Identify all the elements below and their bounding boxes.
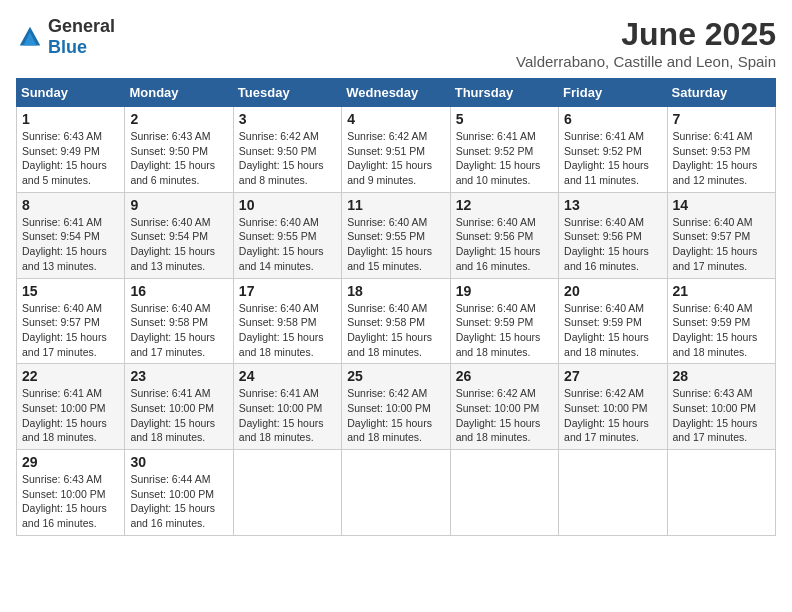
calendar-cell: 28Sunrise: 6:43 AMSunset: 10:00 PMDaylig… [667,364,775,450]
day-info: Sunrise: 6:40 AMSunset: 9:55 PMDaylight:… [347,215,444,274]
day-number: 29 [22,454,119,470]
day-info: Sunrise: 6:40 AMSunset: 9:58 PMDaylight:… [130,301,227,360]
day-info: Sunrise: 6:40 AMSunset: 9:59 PMDaylight:… [673,301,770,360]
calendar-cell [342,450,450,536]
weekday-header-monday: Monday [125,79,233,107]
day-number: 27 [564,368,661,384]
day-number: 16 [130,283,227,299]
calendar-cell [450,450,558,536]
day-number: 17 [239,283,336,299]
day-number: 24 [239,368,336,384]
day-number: 5 [456,111,553,127]
calendar-table: SundayMondayTuesdayWednesdayThursdayFrid… [16,78,776,536]
calendar-cell: 19Sunrise: 6:40 AMSunset: 9:59 PMDayligh… [450,278,558,364]
calendar-week-1: 1Sunrise: 6:43 AMSunset: 9:49 PMDaylight… [17,107,776,193]
day-info: Sunrise: 6:41 AMSunset: 10:00 PMDaylight… [239,386,336,445]
logo: General Blue [16,16,115,58]
day-number: 13 [564,197,661,213]
calendar-cell: 27Sunrise: 6:42 AMSunset: 10:00 PMDaylig… [559,364,667,450]
day-number: 30 [130,454,227,470]
calendar-cell: 9Sunrise: 6:40 AMSunset: 9:54 PMDaylight… [125,192,233,278]
subtitle: Valderrabano, Castille and Leon, Spain [516,53,776,70]
day-number: 28 [673,368,770,384]
day-info: Sunrise: 6:40 AMSunset: 9:54 PMDaylight:… [130,215,227,274]
calendar-cell: 4Sunrise: 6:42 AMSunset: 9:51 PMDaylight… [342,107,450,193]
title-block: June 2025 Valderrabano, Castille and Leo… [516,16,776,70]
day-info: Sunrise: 6:40 AMSunset: 9:58 PMDaylight:… [239,301,336,360]
calendar-header-row: SundayMondayTuesdayWednesdayThursdayFrid… [17,79,776,107]
day-info: Sunrise: 6:40 AMSunset: 9:59 PMDaylight:… [564,301,661,360]
day-number: 12 [456,197,553,213]
day-number: 1 [22,111,119,127]
calendar-cell: 2Sunrise: 6:43 AMSunset: 9:50 PMDaylight… [125,107,233,193]
calendar-cell: 12Sunrise: 6:40 AMSunset: 9:56 PMDayligh… [450,192,558,278]
calendar-cell: 11Sunrise: 6:40 AMSunset: 9:55 PMDayligh… [342,192,450,278]
day-number: 21 [673,283,770,299]
calendar-week-4: 22Sunrise: 6:41 AMSunset: 10:00 PMDaylig… [17,364,776,450]
main-title: June 2025 [516,16,776,53]
day-number: 3 [239,111,336,127]
calendar-cell [667,450,775,536]
logo-general: General [48,16,115,36]
day-number: 9 [130,197,227,213]
calendar-week-5: 29Sunrise: 6:43 AMSunset: 10:00 PMDaylig… [17,450,776,536]
calendar-cell: 15Sunrise: 6:40 AMSunset: 9:57 PMDayligh… [17,278,125,364]
day-info: Sunrise: 6:40 AMSunset: 9:57 PMDaylight:… [22,301,119,360]
calendar-cell: 22Sunrise: 6:41 AMSunset: 10:00 PMDaylig… [17,364,125,450]
calendar-cell: 24Sunrise: 6:41 AMSunset: 10:00 PMDaylig… [233,364,341,450]
calendar-cell: 5Sunrise: 6:41 AMSunset: 9:52 PMDaylight… [450,107,558,193]
day-number: 2 [130,111,227,127]
day-info: Sunrise: 6:40 AMSunset: 9:59 PMDaylight:… [456,301,553,360]
calendar-cell: 6Sunrise: 6:41 AMSunset: 9:52 PMDaylight… [559,107,667,193]
day-info: Sunrise: 6:41 AMSunset: 9:54 PMDaylight:… [22,215,119,274]
day-number: 14 [673,197,770,213]
day-number: 26 [456,368,553,384]
day-info: Sunrise: 6:40 AMSunset: 9:56 PMDaylight:… [456,215,553,274]
day-info: Sunrise: 6:43 AMSunset: 9:49 PMDaylight:… [22,129,119,188]
calendar-cell: 18Sunrise: 6:40 AMSunset: 9:58 PMDayligh… [342,278,450,364]
calendar-cell: 16Sunrise: 6:40 AMSunset: 9:58 PMDayligh… [125,278,233,364]
calendar-week-3: 15Sunrise: 6:40 AMSunset: 9:57 PMDayligh… [17,278,776,364]
day-number: 15 [22,283,119,299]
day-info: Sunrise: 6:42 AMSunset: 10:00 PMDaylight… [564,386,661,445]
page-header: General Blue June 2025 Valderrabano, Cas… [16,16,776,70]
calendar-cell: 7Sunrise: 6:41 AMSunset: 9:53 PMDaylight… [667,107,775,193]
day-info: Sunrise: 6:41 AMSunset: 10:00 PMDaylight… [22,386,119,445]
calendar-cell [233,450,341,536]
day-number: 4 [347,111,444,127]
day-info: Sunrise: 6:41 AMSunset: 10:00 PMDaylight… [130,386,227,445]
day-info: Sunrise: 6:43 AMSunset: 9:50 PMDaylight:… [130,129,227,188]
calendar-cell: 20Sunrise: 6:40 AMSunset: 9:59 PMDayligh… [559,278,667,364]
weekday-header-tuesday: Tuesday [233,79,341,107]
day-info: Sunrise: 6:42 AMSunset: 10:00 PMDaylight… [456,386,553,445]
day-info: Sunrise: 6:43 AMSunset: 10:00 PMDaylight… [673,386,770,445]
day-info: Sunrise: 6:40 AMSunset: 9:56 PMDaylight:… [564,215,661,274]
calendar-cell: 1Sunrise: 6:43 AMSunset: 9:49 PMDaylight… [17,107,125,193]
calendar-cell: 21Sunrise: 6:40 AMSunset: 9:59 PMDayligh… [667,278,775,364]
day-number: 20 [564,283,661,299]
calendar-cell: 30Sunrise: 6:44 AMSunset: 10:00 PMDaylig… [125,450,233,536]
day-number: 19 [456,283,553,299]
day-number: 22 [22,368,119,384]
day-info: Sunrise: 6:42 AMSunset: 9:50 PMDaylight:… [239,129,336,188]
calendar-cell [559,450,667,536]
day-info: Sunrise: 6:40 AMSunset: 9:55 PMDaylight:… [239,215,336,274]
logo-blue: Blue [48,37,87,57]
calendar-cell: 26Sunrise: 6:42 AMSunset: 10:00 PMDaylig… [450,364,558,450]
weekday-header-wednesday: Wednesday [342,79,450,107]
calendar-cell: 10Sunrise: 6:40 AMSunset: 9:55 PMDayligh… [233,192,341,278]
day-info: Sunrise: 6:40 AMSunset: 9:58 PMDaylight:… [347,301,444,360]
day-info: Sunrise: 6:40 AMSunset: 9:57 PMDaylight:… [673,215,770,274]
day-info: Sunrise: 6:41 AMSunset: 9:53 PMDaylight:… [673,129,770,188]
calendar-cell: 17Sunrise: 6:40 AMSunset: 9:58 PMDayligh… [233,278,341,364]
day-number: 6 [564,111,661,127]
day-number: 11 [347,197,444,213]
day-info: Sunrise: 6:44 AMSunset: 10:00 PMDaylight… [130,472,227,531]
calendar-cell: 13Sunrise: 6:40 AMSunset: 9:56 PMDayligh… [559,192,667,278]
calendar-cell: 8Sunrise: 6:41 AMSunset: 9:54 PMDaylight… [17,192,125,278]
day-number: 10 [239,197,336,213]
day-number: 8 [22,197,119,213]
weekday-header-saturday: Saturday [667,79,775,107]
logo-icon [16,23,44,51]
day-number: 18 [347,283,444,299]
